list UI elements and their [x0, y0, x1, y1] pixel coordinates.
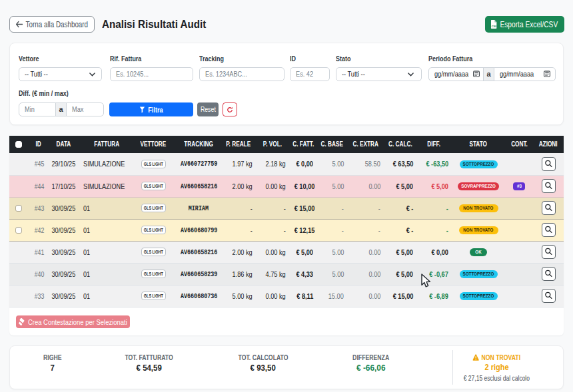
svg-text:CSV: CSV	[492, 24, 497, 27]
